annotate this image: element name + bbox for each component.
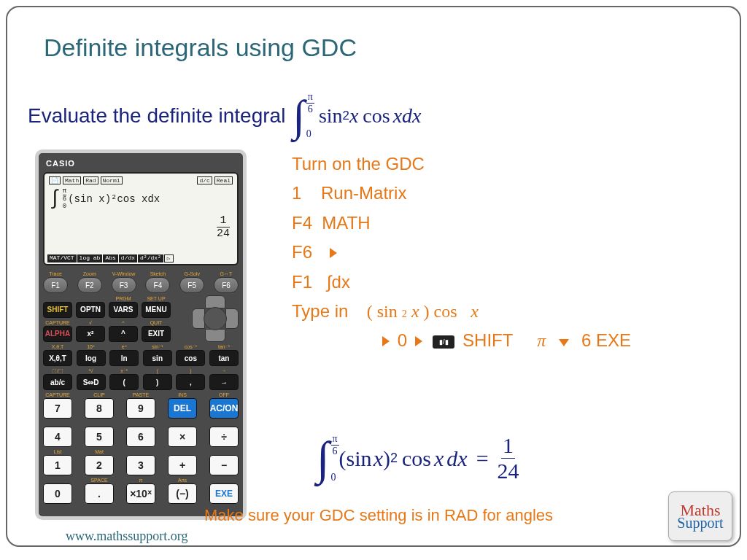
- key-cos[interactable]: cos: [176, 350, 205, 366]
- key-mul[interactable]: ×: [168, 427, 197, 447]
- tag-norm: Norm1: [101, 176, 123, 184]
- key-div[interactable]: ÷: [209, 427, 239, 447]
- key-sd[interactable]: S⇔D: [77, 374, 106, 390]
- key-3[interactable]: 3: [126, 455, 155, 475]
- key-0[interactable]: 0: [43, 483, 72, 504]
- key-5[interactable]: 5: [85, 427, 114, 447]
- key-alpha[interactable]: ALPHA: [43, 326, 72, 342]
- key-comma[interactable]: ,: [176, 374, 205, 390]
- lbl-acos: cos⁻¹: [185, 344, 197, 349]
- evaluate-line: Evaluate the definite integral ∫ π 6 0 s…: [28, 91, 422, 140]
- lbl-atan: tan⁻¹: [218, 344, 230, 349]
- lbl-capture: CAPTURE: [45, 392, 69, 397]
- step2-label: Run-Matrix: [321, 183, 406, 203]
- lbl-pow: ^: [122, 320, 124, 325]
- key-exit[interactable]: EXIT: [142, 326, 171, 342]
- key-arrow[interactable]: →: [209, 374, 239, 390]
- lbl-gt: G↔T: [220, 271, 233, 276]
- r-exp: 2: [390, 451, 398, 466]
- key-optn[interactable]: OPTN: [76, 302, 105, 318]
- key-4[interactable]: 4: [43, 427, 72, 447]
- key-2[interactable]: 2: [85, 455, 114, 475]
- step-run-matrix: 1 Run-Matrix: [292, 179, 631, 207]
- key-ln[interactable]: ln: [109, 350, 139, 366]
- lbl-arrow: →: [221, 368, 226, 373]
- lbl-sketch: Sketch: [150, 271, 166, 276]
- r-sin: sin: [347, 446, 372, 471]
- integral-sign: ∫: [293, 94, 304, 138]
- step3-label: MATH: [322, 213, 370, 233]
- key-del[interactable]: DEL: [168, 398, 197, 419]
- key-f1[interactable]: F1: [43, 277, 68, 293]
- key-sin[interactable]: sin: [143, 350, 172, 366]
- r-cos: cos: [402, 446, 431, 471]
- step4-key: F6: [292, 242, 312, 262]
- key-exp10[interactable]: ×10ˣ: [126, 483, 155, 504]
- key-exe[interactable]: EXE: [209, 483, 239, 504]
- r-x1: x: [374, 446, 383, 471]
- key-rparen[interactable]: ): [143, 374, 172, 390]
- lbl-asin: sin⁻¹: [152, 344, 163, 349]
- calc-result-den: 24: [217, 228, 230, 240]
- key-7[interactable]: 7: [43, 398, 72, 419]
- exp-2: 2: [343, 109, 349, 123]
- lbl-ins: INS: [178, 392, 187, 397]
- key-ac[interactable]: AC/ON: [209, 398, 239, 419]
- key-f5[interactable]: F5: [179, 277, 204, 293]
- soft-ddx: d/dx: [119, 254, 137, 262]
- lbl-root: √: [89, 320, 92, 325]
- tag-dc: d/c: [197, 176, 212, 184]
- r-dx: dx: [446, 446, 467, 471]
- step-bounds-entry: 0 ▮/▮ SHIFT π 6 EXE: [292, 327, 631, 354]
- key-lparen[interactable]: (: [109, 374, 139, 390]
- key-pow[interactable]: ^: [109, 326, 138, 342]
- key-menu[interactable]: MENU: [142, 302, 171, 318]
- entry-zero: 0: [398, 330, 407, 350]
- key-6[interactable]: 6: [126, 427, 155, 447]
- key-x2[interactable]: x²: [76, 326, 105, 342]
- key-9[interactable]: 9: [126, 398, 155, 419]
- calc-screen: 📄 Math Rad Norm1 d/c Real ∫ π 6 0 (sin x…: [43, 172, 239, 265]
- soft-next: ▷: [164, 254, 174, 262]
- key-xtt[interactable]: X,θ,T: [43, 350, 72, 366]
- typein-exp: 2: [402, 306, 407, 322]
- key-1[interactable]: 1: [43, 455, 72, 475]
- slide-title: Definite integrals using GDC: [44, 34, 357, 62]
- typein-x1: x: [411, 298, 419, 325]
- key-plus[interactable]: +: [168, 455, 197, 475]
- dpad-right[interactable]: [225, 308, 239, 329]
- step2-num: 1: [292, 183, 301, 203]
- key-tan[interactable]: tan: [209, 350, 239, 366]
- key-shift[interactable]: SHIFT: [43, 302, 72, 318]
- lbl-rp: ): [190, 368, 191, 373]
- step-f4-math: F4 MATH: [292, 209, 631, 237]
- key-log[interactable]: log: [77, 350, 106, 366]
- key-f2[interactable]: F2: [77, 277, 102, 293]
- entry-pi: π: [537, 331, 546, 350]
- dpad-down[interactable]: [205, 329, 225, 342]
- dpad-center[interactable]: [204, 307, 227, 330]
- lbl-list: List: [54, 449, 62, 454]
- key-f6[interactable]: F6: [214, 277, 239, 293]
- step3-key: F4: [292, 213, 312, 233]
- key-frac[interactable]: ab/c: [43, 374, 72, 390]
- key-8[interactable]: 8: [85, 398, 114, 419]
- lbl-ex: eˣ: [122, 344, 127, 349]
- calc-keys: TraceF1 ZoomF2 V-WindowF3 SketchF4 G-Sol…: [43, 271, 239, 504]
- r-x2: x: [434, 446, 444, 471]
- key-vars[interactable]: VARS: [109, 302, 138, 318]
- key-f3[interactable]: F3: [112, 277, 136, 293]
- key-dot[interactable]: .: [85, 483, 114, 504]
- calc-brand: CASIO: [43, 158, 239, 172]
- tri-icon-3: [415, 336, 422, 346]
- key-f4[interactable]: F4: [145, 277, 170, 293]
- soft-matvct: MAT/VCT: [47, 254, 77, 262]
- key-neg[interactable]: (−): [168, 483, 197, 504]
- typein-sin: sin: [377, 298, 398, 325]
- tri-icon-2: [382, 336, 390, 346]
- calc-integral-sign: ∫: [49, 187, 61, 210]
- key-minus[interactable]: −: [209, 455, 239, 475]
- r-rparen: ): [383, 446, 390, 471]
- lbl-vwin: V-Window: [112, 271, 136, 276]
- typein-lparen: (: [367, 298, 373, 325]
